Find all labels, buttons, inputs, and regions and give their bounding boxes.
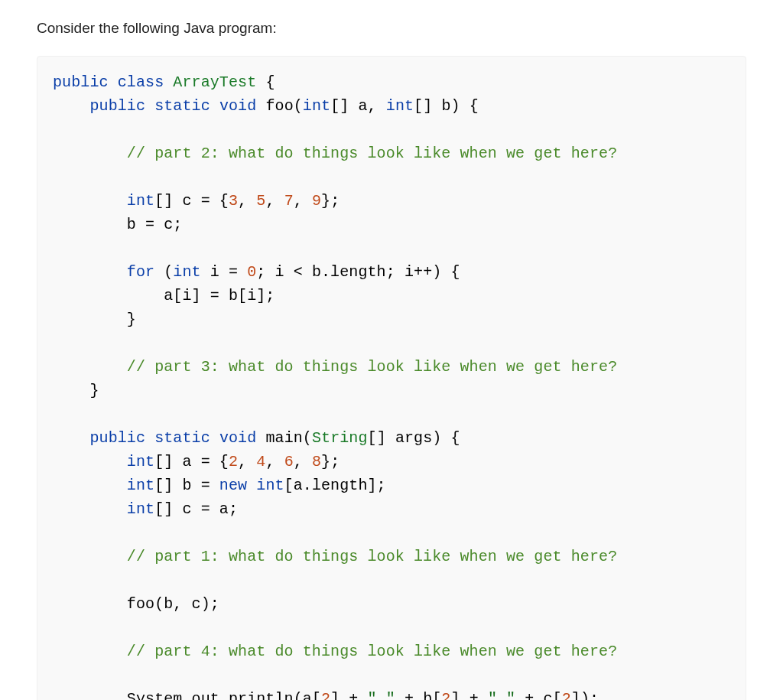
code-token: 8 (312, 453, 321, 470)
code-token: foo(b, c); (127, 595, 219, 613)
code-token: 0 (247, 263, 256, 281)
code-token: foo (265, 97, 293, 115)
code-token: , (265, 192, 284, 210)
code-token: int (127, 453, 154, 470)
code-line: // part 1: what do things look like when… (53, 548, 617, 565)
code-token: a[i] = b[i]; (164, 287, 275, 304)
code-token: 4 (256, 453, 265, 470)
code-token: for (127, 263, 154, 281)
code-line: // part 4: what do things look like when… (53, 643, 617, 660)
code-token: [] c = a; (154, 500, 238, 518)
code-line: } (53, 382, 99, 399)
code-token: { (256, 73, 275, 91)
code-token: public (89, 429, 145, 447)
code-line: int[] a = {2, 4, 6, 8}; (53, 453, 340, 470)
code-token (164, 73, 173, 91)
code-token: , (238, 192, 256, 210)
code-token: 9 (312, 192, 321, 210)
code-token (247, 477, 256, 494)
code-token: // part 1: what do things look like when… (127, 548, 617, 565)
code-token: void (219, 429, 256, 447)
code-line: foo(b, c); (53, 595, 219, 613)
code-token: int (256, 477, 284, 494)
code-token: 6 (284, 453, 294, 470)
code-line: int[] b = new int[a.length]; (53, 477, 386, 494)
code-token: }; (321, 453, 340, 470)
code-token: int (127, 500, 154, 518)
code-token: " " (368, 690, 395, 700)
code-token: i = (201, 263, 248, 281)
code-token: // part 2: what do things look like when… (127, 145, 617, 162)
code-token: int (173, 263, 200, 281)
code-block: public class ArrayTest { public static v… (37, 56, 746, 700)
code-token: [] c = { (154, 192, 229, 210)
code-token: void (219, 97, 256, 115)
intro-text: Consider the following Java program: (37, 18, 746, 39)
code-token: + c[ (515, 690, 562, 700)
code-line: b = c; (53, 216, 182, 233)
code-token: static (154, 429, 210, 447)
code-token: public (53, 73, 109, 91)
code-token: } (89, 382, 99, 399)
code-token: } (127, 311, 136, 328)
code-token: ] + (330, 690, 367, 700)
code-token: [] b = (154, 477, 219, 494)
code-token: ; i < b.length; i++) { (256, 263, 460, 281)
code-token (210, 429, 219, 447)
code-line: // part 2: what do things look like when… (53, 145, 617, 162)
code-token (210, 97, 219, 115)
code-token: 7 (284, 192, 294, 210)
code-token: ( (154, 263, 173, 281)
code-token: 2 (562, 690, 571, 700)
code-token: }; (321, 192, 340, 210)
code-token (145, 429, 154, 447)
code-token (145, 97, 154, 115)
code-token: 5 (256, 192, 265, 210)
code-token: static (154, 97, 210, 115)
code-line: a[i] = b[i]; (53, 287, 275, 304)
code-token: ( (303, 429, 312, 447)
code-token: 2 (321, 690, 330, 700)
code-token: , (294, 192, 312, 210)
code-token: new (219, 477, 247, 494)
code-token (256, 97, 265, 115)
code-line: // part 3: what do things look like when… (53, 358, 617, 376)
code-token: [] a, (330, 97, 386, 115)
code-line: int[] c = {3, 5, 7, 9}; (53, 192, 340, 210)
code-token (256, 429, 265, 447)
code-line: public static void foo(int[] a, int[] b)… (53, 97, 479, 115)
code-token: // part 4: what do things look like when… (127, 643, 617, 660)
code-token: class (118, 73, 164, 91)
code-token: // part 3: what do things look like when… (127, 358, 617, 376)
code-token: int (303, 97, 330, 115)
code-line: for (int i = 0; i < b.length; i++) { (53, 263, 460, 281)
code-token: b = c; (127, 216, 183, 233)
code-token: [] a = { (154, 453, 229, 470)
code-token: 2 (229, 453, 238, 470)
code-line: int[] c = a; (53, 500, 238, 518)
code-token: ( (294, 97, 303, 115)
code-token: , (294, 453, 312, 470)
code-token: , (238, 453, 256, 470)
code-token: main (265, 429, 302, 447)
code-token: int (386, 97, 414, 115)
code-token: 3 (229, 192, 238, 210)
code-token: ArrayTest (173, 73, 256, 91)
code-token: String (312, 429, 368, 447)
code-token: , (265, 453, 284, 470)
code-token: ] + (450, 690, 487, 700)
code-token: System.out.println(a[ (127, 690, 321, 700)
code-token: + b[ (395, 690, 442, 700)
code-token: [a.length]; (284, 477, 386, 494)
code-token (109, 73, 118, 91)
code-token: int (127, 477, 154, 494)
code-line: System.out.println(a[2] + " " + b[2] + "… (53, 690, 599, 700)
code-token: [] b) { (414, 97, 479, 115)
code-line: public class ArrayTest { (53, 73, 275, 91)
code-token: public (89, 97, 145, 115)
code-token: ]); (571, 690, 599, 700)
code-token: int (127, 192, 154, 210)
code-token: [] args) { (368, 429, 460, 447)
code-line: public static void main(String[] args) { (53, 429, 460, 447)
code-token: " " (488, 690, 515, 700)
